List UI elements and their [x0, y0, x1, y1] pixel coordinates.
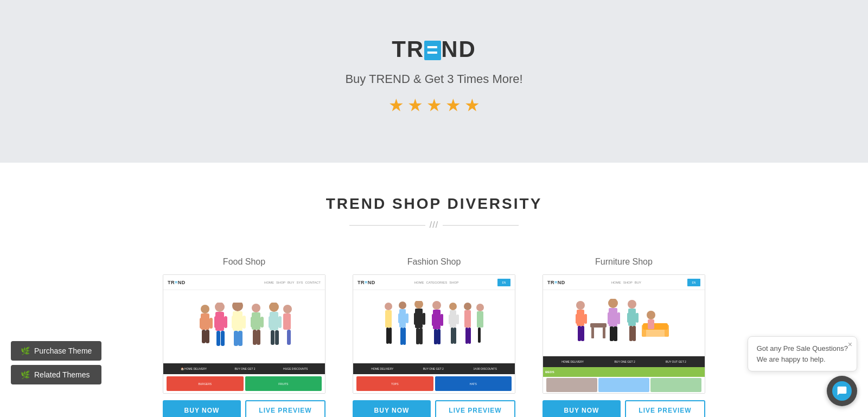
svg-rect-53: [434, 329, 437, 344]
svg-rect-52: [441, 314, 443, 326]
furniture-buy-button[interactable]: BUY NOW: [542, 400, 621, 417]
svg-rect-75: [591, 328, 594, 338]
fashion-figures: [380, 301, 488, 352]
purchase-theme-button[interactable]: 🌿 Purchase Theme: [11, 341, 101, 361]
svg-rect-47: [416, 328, 419, 344]
fashion-people-svg: [380, 301, 488, 352]
furniture-bar-item-3: BUY OUT GET 2: [666, 360, 686, 363]
svg-rect-94: [648, 319, 654, 329]
fashion-buy-button[interactable]: BUY NOW: [353, 400, 431, 417]
purchase-icon: 🌿: [21, 347, 30, 355]
star-1: ★: [388, 95, 404, 116]
hero-section: TR=ND Buy TREND & Get 3 Times More! ★ ★ …: [0, 0, 868, 163]
divider: ///: [11, 220, 857, 230]
divider-line-right: [443, 225, 519, 226]
svg-rect-16: [234, 331, 238, 346]
theme-card-food: Food Shop TR=ND HOME SHOP BUY SYS CONTAC…: [163, 257, 326, 417]
chat-line-2: We are happy to help.: [757, 354, 848, 365]
furniture-hero-area: [543, 290, 705, 356]
svg-rect-66: [477, 311, 483, 328]
food-product-1: BURGERS: [167, 376, 244, 391]
svg-point-93: [647, 311, 655, 319]
svg-rect-48: [419, 328, 423, 344]
divider-line-left: [349, 225, 425, 226]
svg-rect-70: [576, 314, 578, 324]
svg-rect-27: [278, 316, 282, 328]
svg-rect-36: [389, 328, 392, 344]
food-preview-button[interactable]: LIVE PREVIEW: [245, 400, 326, 417]
furniture-bottom-bar: HOME DELIVERY BUY ONE GET 2 BUY OUT GET …: [543, 356, 705, 367]
furniture-product-2: [598, 378, 649, 392]
star-4: ★: [445, 95, 461, 116]
svg-rect-82: [614, 326, 617, 341]
fashion-card-buttons: BUY NOW LIVE PREVIEW: [353, 400, 515, 417]
furniture-mock-screen: TR=ND HOME SHOP BUY EN: [543, 275, 705, 393]
svg-rect-29: [275, 330, 279, 345]
sidebar-buttons: 🌿 Purchase Theme 🌿 Related Themes: [11, 341, 101, 384]
star-2: ★: [407, 95, 423, 116]
fashion-product-2: HATS: [435, 376, 512, 391]
food-mock-nav: HOME SHOP BUY SYS CONTACT: [264, 281, 321, 284]
themes-grid: Food Shop TR=ND HOME SHOP BUY SYS CONTAC…: [11, 257, 857, 417]
svg-rect-11: [221, 331, 225, 346]
svg-rect-60: [454, 328, 456, 344]
chat-open-button[interactable]: [827, 376, 857, 406]
svg-rect-14: [232, 316, 235, 329]
food-shop-screenshot: TR=ND HOME SHOP BUY SYS CONTACT: [163, 274, 326, 394]
svg-rect-10: [216, 331, 220, 346]
star-5: ★: [464, 95, 480, 116]
furniture-beds-section: BEDS: [543, 367, 705, 377]
svg-rect-42: [403, 328, 406, 345]
food-buy-button[interactable]: BUY NOW: [163, 400, 241, 417]
furniture-product-1: [546, 378, 597, 392]
star-3: ★: [426, 95, 442, 116]
svg-point-6: [215, 303, 225, 312]
furniture-bar-item-1: HOME DELIVERY: [561, 360, 584, 363]
svg-rect-81: [610, 326, 614, 341]
furniture-bar-item-2: BUY ONE GET 2: [615, 360, 635, 363]
fashion-bar-item-1: HOME DELIVERY: [371, 367, 393, 370]
svg-rect-85: [627, 313, 630, 323]
furniture-preview-button[interactable]: LIVE PREVIEW: [625, 400, 705, 417]
fashion-preview-button[interactable]: LIVE PREVIEW: [435, 400, 515, 417]
food-product-row: BURGERS FRUITS: [163, 374, 325, 393]
chat-icon: [832, 381, 852, 401]
food-shop-label: Food Shop: [223, 257, 265, 267]
svg-point-65: [476, 304, 484, 311]
fashion-bar-item-3: 14.90 DISCOUNTS: [473, 367, 496, 370]
furniture-mock-body: HOME DELIVERY BUY ONE GET 2 BUY OUT GET …: [543, 290, 705, 393]
furniture-mock-nav: HOME SHOP BUY: [611, 281, 641, 284]
svg-rect-76: [603, 328, 605, 338]
svg-rect-86: [636, 313, 639, 323]
food-mock-body: 🏠 HOME DELIVERY BUY ONE GET 2 HUGE DISCO…: [163, 290, 325, 393]
food-product-2: FRUITS: [245, 376, 322, 391]
food-bar-item-3: HUGE DISCOUNTS: [283, 367, 308, 370]
svg-point-33: [385, 303, 392, 310]
svg-rect-57: [449, 315, 451, 324]
furniture-people-svg: [570, 299, 678, 348]
chat-line-1: Got any Pre Sale Questions?: [757, 343, 848, 354]
svg-rect-31: [283, 313, 291, 330]
svg-rect-46: [423, 313, 425, 325]
logo-nd: ND: [441, 36, 476, 62]
purchase-label: Purchase Theme: [34, 347, 92, 355]
furniture-partial-products: [543, 377, 705, 393]
svg-rect-80: [617, 312, 620, 324]
food-bar-item-2: BUY ONE GET 2: [234, 367, 255, 370]
svg-rect-64: [468, 328, 471, 344]
chat-close-button[interactable]: ×: [848, 340, 852, 349]
food-mock-header: TR=ND HOME SHOP BUY SYS CONTACT: [163, 275, 325, 290]
svg-point-12: [232, 303, 243, 311]
fashion-mock-logo: TR=ND: [358, 280, 375, 285]
svg-rect-23: [257, 330, 260, 345]
fashion-bar-item-2: BUY ONE GET 2: [423, 367, 444, 370]
svg-point-0: [201, 305, 209, 313]
svg-rect-32: [287, 330, 291, 345]
svg-rect-2: [200, 318, 203, 329]
fashion-mock-screen: TR=ND HOME CATEGORIES SHOP EN: [353, 275, 515, 393]
related-themes-button[interactable]: 🌿 Related Themes: [11, 365, 101, 384]
svg-rect-62: [464, 310, 471, 328]
svg-rect-34: [385, 310, 392, 328]
svg-point-77: [608, 299, 618, 308]
svg-rect-74: [590, 323, 607, 328]
